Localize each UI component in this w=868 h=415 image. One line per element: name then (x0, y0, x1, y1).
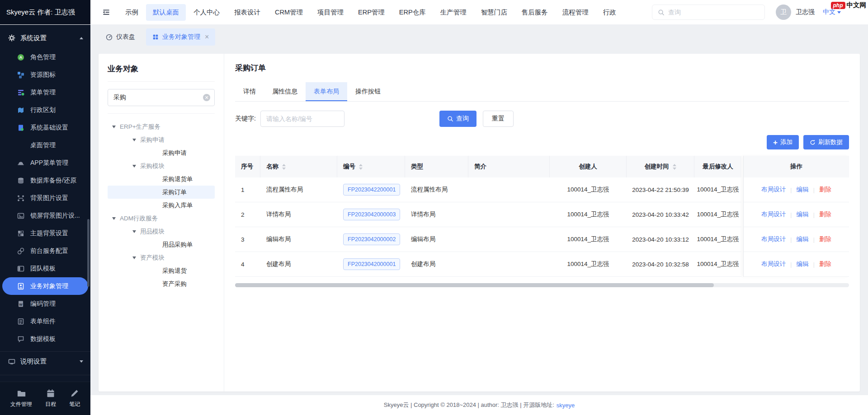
sort-icons[interactable] (359, 162, 363, 172)
sidebar-footer-日程[interactable]: 日程 (45, 389, 56, 408)
sidebar-group-项目业务规划[interactable]: 项目业务规划 (0, 375, 90, 382)
refresh-button[interactable]: 刷新数据 (803, 135, 849, 149)
nav-item-个人中心[interactable]: 个人中心 (187, 4, 226, 21)
search-button[interactable]: 查询 (439, 111, 476, 127)
action-删除[interactable]: 删除 (819, 235, 831, 243)
close-icon[interactable]: × (205, 33, 209, 41)
action-布局设计[interactable]: 布局设计 (761, 210, 786, 219)
sidebar-item-锁屏背景图片设...[interactable]: 锁屏背景图片设... (0, 207, 90, 224)
nav-item-行政[interactable]: 行政 (596, 4, 623, 21)
tree-node-资产采购[interactable]: 资产采购 (108, 277, 215, 290)
opensource-link[interactable]: skyeye (557, 402, 575, 409)
detail-tab-详情[interactable]: 详情 (235, 82, 264, 101)
tree-caret-icon[interactable] (132, 230, 136, 235)
sidebar-item-行政区划[interactable]: 行政区划 (0, 101, 90, 119)
chevron-down-icon (837, 11, 841, 15)
action-编辑[interactable]: 编辑 (797, 235, 809, 243)
action-布局设计[interactable]: 布局设计 (761, 186, 786, 194)
tree-node-label: 采购申请 (140, 136, 165, 144)
action-编辑[interactable]: 编辑 (797, 186, 809, 194)
cell-type: 流程属性布局 (405, 177, 468, 202)
sidebar-item-桌面管理[interactable]: 桌面管理 (0, 136, 90, 154)
tree-caret-icon[interactable] (112, 126, 116, 130)
sidebar-item-背景图片设置[interactable]: 背景图片设置 (0, 189, 90, 207)
avatar[interactable]: 卫 (776, 5, 791, 20)
column-header-label: 类型 (411, 163, 423, 171)
sidebar-item-团队模板[interactable]: 团队模板 (0, 260, 90, 277)
sidebar-item-前台服务配置[interactable]: 前台服务配置 (0, 242, 90, 260)
sidebar-scrollbar[interactable] (87, 219, 90, 287)
collapse-sidebar-button[interactable] (90, 0, 118, 24)
sidebar-item-主题背景设置[interactable]: 主题背景设置 (0, 224, 90, 242)
sidebar-item-表单组件[interactable]: 表单组件 (0, 312, 90, 330)
nav-item-智慧门店[interactable]: 智慧门店 (474, 4, 514, 21)
tree-caret-icon[interactable] (112, 217, 116, 222)
sidebar-item-数据库备份/还原[interactable]: 数据库备份/还原 (0, 172, 90, 189)
cell-created: 2023-04-20 10:32:58 (627, 252, 694, 276)
tree-node-用品采购单[interactable]: 用品采购单 (108, 238, 215, 251)
sidebar-item-角色管理[interactable]: A角色管理 (0, 48, 90, 66)
action-编辑[interactable]: 编辑 (797, 210, 809, 219)
detail-tab-操作按钮[interactable]: 操作按钮 (347, 82, 389, 101)
nav-item-项目管理[interactable]: 项目管理 (311, 4, 350, 21)
nav-item-报表设计[interactable]: 报表设计 (227, 4, 267, 21)
add-button[interactable]: +添加 (767, 135, 799, 149)
tree-node-采购模块[interactable]: 采购模块 (108, 159, 215, 173)
tree-caret-icon[interactable] (132, 165, 136, 169)
sort-icons[interactable] (282, 162, 286, 172)
user-name[interactable]: 卫志强 (796, 8, 815, 16)
detail-tab-属性信息[interactable]: 属性信息 (264, 82, 306, 101)
tree-node-采购订单[interactable]: 采购订单 (108, 186, 215, 199)
nav-item-流程管理[interactable]: 流程管理 (556, 4, 595, 21)
detail-tab-表单布局[interactable]: 表单布局 (306, 82, 347, 101)
tree-node-采购退货[interactable]: 采购退货 (108, 264, 215, 277)
nav-item-默认桌面[interactable]: 默认桌面 (146, 4, 186, 21)
sidebar-item-资源图标[interactable]: 资源图标 (0, 66, 90, 84)
tree-search-input[interactable] (108, 89, 215, 106)
sidebar-group-system-settings[interactable]: 系统设置 (0, 28, 90, 48)
nav-item-示例[interactable]: 示例 (118, 4, 145, 21)
open-tab-仪表盘[interactable]: 仪表盘 (99, 28, 142, 46)
nav-item-ERP仓库[interactable]: ERP仓库 (392, 4, 433, 21)
nav-item-生产管理[interactable]: 生产管理 (434, 4, 473, 21)
sidebar-item-业务对象管理[interactable]: 业务对象管理 (2, 277, 88, 295)
table-row: 4创建布局FP2023042000001创建布局100014_卫志强2023-0… (235, 252, 741, 277)
sidebar-item-系统基础设置[interactable]: 系统基础设置 (0, 119, 90, 136)
global-search[interactable] (652, 5, 765, 20)
tree-node-ADM行政服务[interactable]: ADM行政服务 (108, 212, 215, 225)
sidebar-item-编码管理[interactable]: W编码管理 (0, 295, 90, 312)
action-删除[interactable]: 删除 (819, 186, 831, 194)
action-删除[interactable]: 删除 (819, 210, 831, 219)
sidebar-item-菜单管理[interactable]: 菜单管理 (0, 84, 90, 101)
action-编辑[interactable]: 编辑 (797, 260, 809, 268)
nav-item-ERP管理[interactable]: ERP管理 (351, 4, 392, 21)
action-布局设计[interactable]: 布局设计 (761, 260, 786, 268)
keyword-input[interactable] (260, 111, 344, 127)
tree-node-采购申请[interactable]: 采购申请 (108, 133, 215, 146)
action-布局设计[interactable]: 布局设计 (761, 235, 786, 243)
sort-icons[interactable] (673, 162, 676, 172)
tree-node-资产模块[interactable]: 资产模块 (108, 251, 215, 264)
role-icon: A (17, 54, 25, 61)
nav-item-售后服务[interactable]: 售后服务 (515, 4, 555, 21)
form-component-icon (17, 318, 25, 325)
sidebar-footer-文件管理[interactable]: 文件管理 (10, 389, 32, 408)
reset-button[interactable]: 重置 (483, 111, 514, 127)
tree-node-ERP+生产服务[interactable]: ERP+生产服务 (108, 120, 215, 133)
tree-node-用品模块[interactable]: 用品模块 (108, 225, 215, 238)
tree-node-采购入库单[interactable]: 采购入库单 (108, 199, 215, 212)
open-tab-业务对象管理[interactable]: 业务对象管理× (146, 28, 215, 46)
tree-caret-icon[interactable] (132, 139, 136, 143)
clear-search-icon[interactable]: ✕ (203, 94, 210, 101)
tree-node-采购退货单[interactable]: 采购退货单 (108, 173, 215, 186)
tree-node-采购申请[interactable]: 采购申请 (108, 146, 215, 159)
sidebar-item-数据模板[interactable]: 数据模板 (0, 330, 90, 348)
sidebar-item-APP菜单管理[interactable]: APP菜单管理 (0, 154, 90, 172)
sidebar-footer-笔记[interactable]: 笔记 (69, 389, 80, 408)
nav-item-CRM管理[interactable]: CRM管理 (268, 4, 310, 21)
action-删除[interactable]: 删除 (819, 260, 831, 268)
tree-caret-icon[interactable] (132, 256, 136, 261)
horizontal-scrollbar-thumb[interactable] (235, 283, 714, 287)
sidebar-group-说明设置[interactable]: 说明设置 (0, 351, 90, 371)
global-search-input[interactable] (668, 9, 759, 16)
